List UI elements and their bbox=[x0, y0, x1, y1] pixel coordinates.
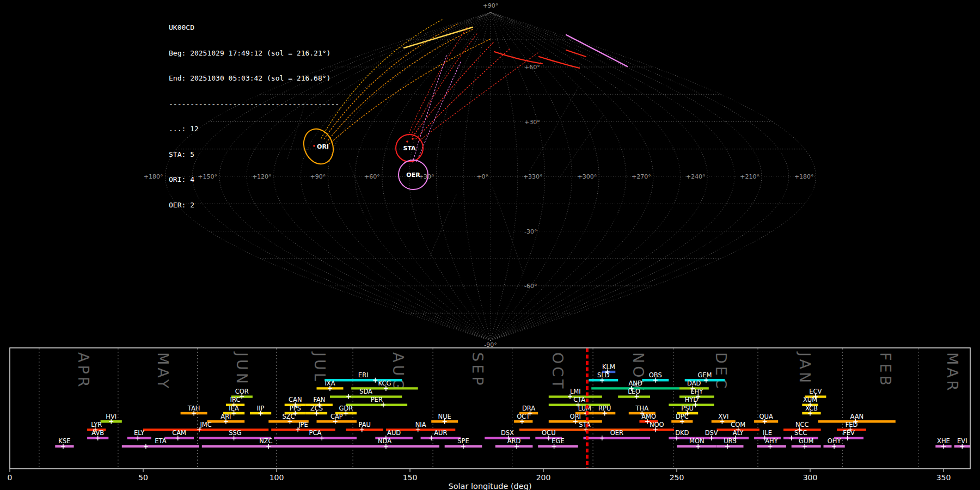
shower-label-CAN: CAN bbox=[289, 396, 302, 403]
count-sporadic: ...: 12 bbox=[169, 125, 339, 133]
shower-label-ARD: ARD bbox=[507, 437, 521, 445]
axis-tick-label: 50 bbox=[138, 473, 148, 482]
shower-label-XVI: XVI bbox=[718, 413, 728, 420]
shower-label-QUA: QUA bbox=[759, 413, 773, 420]
lat-label: -30° bbox=[524, 228, 537, 235]
shower-label-ARI: ARI bbox=[220, 413, 231, 420]
shower-label-NZC: NZC bbox=[259, 437, 273, 445]
shower-label-XHE: XHE bbox=[937, 437, 950, 445]
observation-info-block: UK00CD Beg: 20251029 17:49:12 (sol = 216… bbox=[169, 7, 339, 226]
shower-label-GDR: GDR bbox=[339, 405, 353, 412]
south-pole-label: -90° bbox=[484, 341, 497, 348]
meteor-trail bbox=[321, 20, 442, 138]
shower-label-NUE: NUE bbox=[438, 413, 451, 420]
meteor-trail bbox=[559, 115, 603, 180]
lon-label: +60° bbox=[364, 173, 380, 180]
shower-label-AUD: AUD bbox=[387, 429, 401, 437]
shower-label-GUM: GUM bbox=[799, 437, 813, 445]
month-label-mar: MAR bbox=[944, 352, 961, 394]
shower-label-OHY: OHY bbox=[828, 437, 842, 445]
axis-tick-label: 200 bbox=[536, 473, 551, 482]
shower-label-FEV: FEV bbox=[843, 429, 855, 437]
count-oer: OER: 2 bbox=[169, 201, 339, 210]
shower-label-AHY: AHY bbox=[765, 437, 779, 445]
shower-label-EVI: EVI bbox=[957, 437, 967, 445]
shower-label-RPU: RPU bbox=[598, 405, 611, 412]
lon-label: +0° bbox=[476, 173, 488, 180]
lon-label: +330° bbox=[523, 173, 543, 180]
shower-label-OER: OER bbox=[610, 429, 623, 437]
shower-label-ELY: ELY bbox=[134, 429, 145, 437]
shower-label-ETA: ETA bbox=[155, 437, 166, 445]
shower-label-AVB: AVB bbox=[91, 429, 104, 437]
shower-label-SCC: SCC bbox=[794, 429, 807, 437]
shower-label-EHY: EHY bbox=[690, 388, 703, 395]
shower-label-XUM: XUM bbox=[803, 396, 817, 403]
count-sta: STA: 5 bbox=[169, 150, 339, 159]
meteor-trail bbox=[411, 34, 477, 136]
shower-label-AAN: AAN bbox=[850, 413, 863, 420]
shower-label-NOO: NOO bbox=[650, 421, 664, 428]
lat-label: +60° bbox=[524, 64, 540, 71]
shower-label-PPS: PPS bbox=[290, 405, 301, 412]
meteor-track bbox=[404, 27, 473, 48]
shower-label-LUM: LUM bbox=[578, 405, 591, 412]
shower-label-SPE: SPE bbox=[457, 437, 469, 445]
shower-label-PAU: PAU bbox=[358, 421, 370, 428]
shower-label-JMC: JMC bbox=[199, 421, 211, 428]
lat-label: -60° bbox=[524, 283, 537, 290]
month-label-dec: DEC bbox=[713, 352, 730, 391]
timeline-axis: 050100150200250300350Solar longitude (de… bbox=[8, 469, 951, 490]
lon-label: +300° bbox=[577, 173, 597, 180]
shower-label-SLD: SLD bbox=[597, 371, 610, 379]
month-label-jun: JUN bbox=[234, 351, 250, 387]
shower-peak-mark bbox=[600, 436, 604, 440]
radiant-label-STA: STA bbox=[403, 145, 416, 152]
shower-label-DAD: DAD bbox=[687, 379, 701, 387]
meteor-trail bbox=[350, 163, 372, 220]
shower-label-IXA: IXA bbox=[324, 379, 335, 387]
station-id: UK00CD bbox=[169, 23, 339, 32]
shower-label-SDA: SDA bbox=[359, 388, 372, 395]
x-axis-title: Solar longitude (deg) bbox=[448, 482, 531, 490]
shower-peak-mark bbox=[373, 378, 377, 383]
month-label-sep: SEP bbox=[469, 352, 486, 388]
shower-label-HYD: HYD bbox=[685, 396, 699, 403]
shower-peak-mark bbox=[789, 436, 794, 440]
axis-tick-label: 250 bbox=[670, 473, 684, 482]
shower-label-OCT: OCT bbox=[517, 413, 530, 420]
shower-label-GEM: GEM bbox=[697, 371, 712, 379]
month-label-feb: FEB bbox=[877, 352, 894, 388]
meteor-trail bbox=[412, 42, 493, 137]
lon-label: +180° bbox=[794, 173, 814, 180]
shower-label-PSU: PSU bbox=[681, 405, 694, 412]
shower-label-LEO: LEO bbox=[628, 388, 640, 395]
month-label-jan: JAN bbox=[797, 351, 813, 385]
shower-label-AMO: AMO bbox=[641, 413, 656, 420]
axis-tick-label: 100 bbox=[270, 473, 284, 482]
meteor-trail bbox=[329, 39, 490, 144]
shower-label-ZCS: ZCS bbox=[310, 405, 323, 412]
shower-bars: KLMERISLDOBSGEMIXAKCGANDDADCORSDALMILEOE… bbox=[55, 363, 970, 449]
lon-label: +210° bbox=[740, 173, 759, 180]
shower-label-IEA: IEA bbox=[229, 405, 239, 412]
shower-label-COR: COR bbox=[235, 388, 249, 395]
shower-label-ALY: ALY bbox=[733, 429, 744, 437]
shower-label-DSX: DSX bbox=[501, 429, 514, 437]
lon-label: +240° bbox=[686, 173, 706, 180]
shower-label-CAP: CAP bbox=[330, 413, 343, 420]
shower-peak-mark bbox=[346, 394, 351, 399]
meteor-track bbox=[566, 35, 627, 66]
shower-label-DPC: DPC bbox=[676, 413, 689, 420]
shower-label-SSG: SSG bbox=[229, 429, 242, 437]
shower-label-KSE: KSE bbox=[58, 437, 70, 445]
shower-label-SZC: SZC bbox=[282, 413, 295, 420]
shower-label-AND: AND bbox=[628, 379, 642, 387]
shower-label-IIP: IIP bbox=[257, 405, 265, 412]
shower-label-ECV: ECV bbox=[809, 388, 822, 395]
north-pole-label: +90° bbox=[483, 2, 499, 9]
meteor-point bbox=[412, 138, 414, 140]
lat-label: +30° bbox=[524, 119, 540, 126]
axis-tick-label: 150 bbox=[403, 473, 418, 482]
shower-label-NDA: NDA bbox=[378, 437, 391, 445]
